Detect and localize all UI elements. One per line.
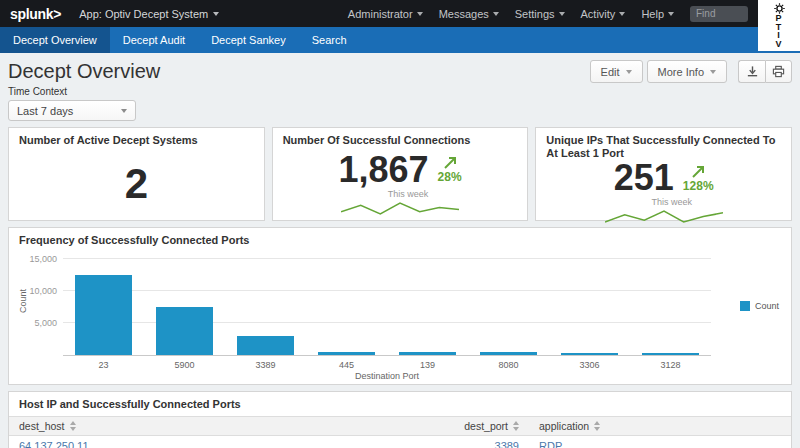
bar-port-8080[interactable] — [480, 352, 537, 355]
kpi-value: 251 — [614, 160, 674, 196]
column-header-label: dest_port — [464, 420, 508, 432]
chart-plot: 5,00010,00015,000 — [63, 259, 711, 356]
menu-help[interactable]: Help — [641, 8, 674, 20]
column-header-application[interactable]: application — [529, 420, 791, 432]
column-header-dest-port[interactable]: dest_port — [417, 420, 529, 432]
y-tick-label: 10,000 — [29, 286, 57, 296]
chevron-down-icon — [559, 12, 565, 16]
menu-messages-label: Messages — [439, 8, 489, 20]
page-title: Decept Overview — [8, 60, 160, 83]
edit-button-label: Edit — [601, 66, 620, 78]
menu-help-label: Help — [641, 8, 664, 20]
chevron-down-icon — [710, 70, 716, 74]
kpi-value: 2 — [125, 163, 148, 205]
sort-icon — [70, 421, 76, 431]
chevron-down-icon — [626, 70, 632, 74]
menu-administrator-label: Administrator — [348, 8, 413, 20]
panel-title: Unique IPs That Successfully Connected T… — [536, 128, 791, 160]
menu-administrator[interactable]: Administrator — [348, 8, 423, 20]
chart-panel-port-frequency: Frequency of Successfully Connected Port… — [8, 227, 792, 385]
chevron-down-icon — [121, 109, 127, 113]
tab-label: Decept Audit — [123, 34, 185, 46]
chevron-down-icon — [668, 12, 674, 16]
chevron-down-icon — [619, 12, 625, 16]
kpi-caption: This week — [388, 189, 429, 199]
menu-activity[interactable]: Activity — [581, 8, 626, 20]
download-icon — [746, 65, 759, 78]
trend-up-arrow-icon — [443, 156, 457, 170]
menu-messages[interactable]: Messages — [439, 8, 499, 20]
header-actions: Edit More Info — [590, 60, 792, 83]
panel-title: Host IP and Successfully Connected Ports — [9, 392, 791, 411]
app-menu-label: App: Optiv Decept System — [79, 8, 208, 20]
bars-group — [63, 259, 711, 355]
time-range-value: Last 7 days — [17, 105, 73, 117]
bar-port-3128[interactable] — [642, 353, 699, 355]
export-button[interactable] — [738, 60, 765, 83]
optiv-letter: V — [775, 40, 782, 49]
find-input[interactable] — [690, 6, 748, 22]
x-tick-label: 3306 — [549, 360, 630, 370]
bar-port-3389[interactable] — [237, 336, 294, 355]
kpi-body: 251 128% This week — [536, 160, 791, 224]
app-menu[interactable]: App: Optiv Decept System — [79, 8, 219, 20]
time-range-picker[interactable]: Last 7 days — [8, 100, 136, 121]
legend-item-count[interactable]: Count — [740, 301, 779, 311]
x-tick-label: 3128 — [630, 360, 711, 370]
cell-dest-host-link[interactable]: 64.137.250.11 — [9, 440, 417, 448]
kpi-delta: 128% — [683, 180, 714, 192]
tab-decept-sankey[interactable]: Decept Sankey — [198, 27, 299, 53]
tab-label: Search — [312, 34, 347, 46]
x-tick-label: 5900 — [144, 360, 225, 370]
top-bar: splunk> App: Optiv Decept System Adminis… — [0, 0, 800, 27]
optiv-logo: P T I V — [758, 0, 800, 51]
kpi-value: 1,867 — [338, 152, 428, 188]
tab-decept-overview[interactable]: Decept Overview — [0, 27, 110, 53]
cell-application-link[interactable]: RDP — [529, 440, 791, 448]
kpi-row: Number of Active Decept Systems 2 Number… — [8, 127, 792, 221]
y-tick-label: 15,000 — [29, 254, 57, 264]
print-button[interactable] — [765, 60, 792, 83]
tab-label: Decept Overview — [13, 34, 97, 46]
print-icon — [772, 65, 785, 78]
splunk-logo[interactable]: splunk> — [10, 6, 61, 22]
bar-port-445[interactable] — [318, 352, 375, 355]
sparkline — [605, 209, 723, 224]
kpi-caption: This week — [651, 197, 692, 207]
time-context-label: Time Context — [8, 86, 792, 97]
tab-decept-audit[interactable]: Decept Audit — [110, 27, 198, 53]
bar-port-5900[interactable] — [156, 307, 213, 355]
legend-label: Count — [755, 301, 779, 311]
export-icon-group — [738, 60, 792, 83]
x-tick-label: 23 — [63, 360, 144, 370]
x-ticks: 2359003389445139808033063128 — [63, 360, 711, 370]
table-panel-host-ports: Host IP and Successfully Connected Ports… — [8, 391, 792, 448]
menu-settings[interactable]: Settings — [515, 8, 565, 20]
kpi-delta: 28% — [438, 171, 462, 183]
column-header-dest-host[interactable]: dest_host — [9, 420, 417, 432]
bar-port-23[interactable] — [75, 275, 132, 355]
kpi-successful-connections: Number Of Successful Connections 1,867 2… — [272, 127, 529, 221]
time-context: Time Context Last 7 days — [0, 83, 800, 121]
chevron-down-icon — [493, 12, 499, 16]
x-axis-label: Destination Port — [63, 371, 711, 381]
tab-label: Decept Sankey — [211, 34, 286, 46]
bar-port-139[interactable] — [399, 352, 456, 355]
chevron-down-icon — [213, 12, 219, 16]
kpi-unique-ips: Unique IPs That Successfully Connected T… — [535, 127, 792, 221]
column-header-label: dest_host — [19, 420, 65, 432]
panel-title: Frequency of Successfully Connected Port… — [9, 228, 791, 247]
cell-dest-port-link[interactable]: 3389 — [417, 440, 529, 448]
table-row: 64.137.250.11 3389 RDP — [9, 436, 791, 448]
sort-icon — [513, 421, 519, 431]
trend-up-arrow-icon — [691, 165, 705, 179]
x-tick-label: 8080 — [468, 360, 549, 370]
menu-settings-label: Settings — [515, 8, 555, 20]
page-header: Decept Overview Edit More Info — [0, 53, 800, 83]
tab-search[interactable]: Search — [299, 27, 360, 53]
kpi-active-decept-systems: Number of Active Decept Systems 2 — [8, 127, 265, 221]
top-bar-right: Administrator Messages Settings Activity… — [348, 6, 748, 22]
bar-port-3306[interactable] — [561, 353, 618, 355]
edit-button[interactable]: Edit — [590, 60, 643, 83]
more-info-button[interactable]: More Info — [647, 60, 727, 83]
